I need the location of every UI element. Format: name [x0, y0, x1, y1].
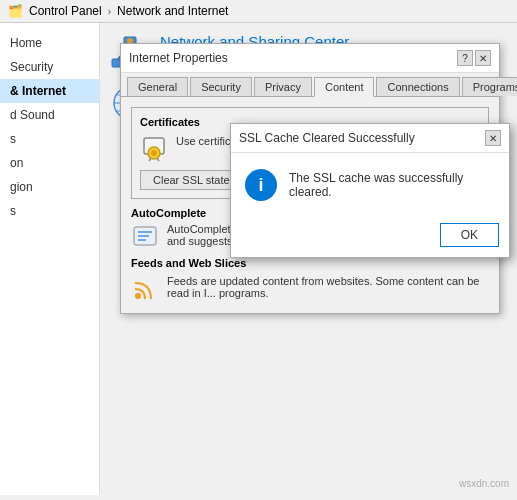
- breadcrumb-arrow: ›: [108, 6, 111, 17]
- ssl-ok-button[interactable]: OK: [440, 223, 499, 247]
- tab-content[interactable]: Content: [314, 77, 375, 97]
- tab-programs[interactable]: Programs: [462, 77, 517, 96]
- dialog-tabs: General Security Privacy Content Connect…: [121, 73, 499, 97]
- sidebar-item-internet[interactable]: & Internet: [0, 79, 99, 103]
- feeds-row: Feeds are updated content from websites.…: [131, 275, 489, 303]
- tab-privacy[interactable]: Privacy: [254, 77, 312, 96]
- ssl-dialog-message: The SSL cache was successfully cleared.: [289, 171, 495, 199]
- sidebar-item-s2[interactable]: s: [0, 199, 99, 223]
- svg-line-17: [157, 158, 159, 161]
- dialog-close-button[interactable]: ✕: [475, 50, 491, 66]
- sidebar-item-home[interactable]: Home: [0, 31, 99, 55]
- sidebar-item-s1[interactable]: s: [0, 127, 99, 151]
- ssl-dialog-body: i The SSL cache was successfully cleared…: [231, 153, 509, 217]
- ssl-dialog-close-button[interactable]: ✕: [485, 130, 501, 146]
- autocomplete-icon: [131, 223, 159, 251]
- dialog-title: Internet Properties: [129, 51, 228, 65]
- feeds-label: Feeds and Web Slices: [131, 257, 489, 269]
- ssl-cleared-dialog: SSL Cache Cleared Successfully ✕ i The S…: [230, 123, 510, 258]
- watermark: wsxdn.com: [459, 478, 509, 489]
- tab-connections[interactable]: Connections: [376, 77, 459, 96]
- svg-point-15: [151, 150, 157, 156]
- feeds-text: Feeds are updated content from websites.…: [167, 275, 489, 299]
- breadcrumb-part2[interactable]: Network and Internet: [117, 4, 228, 18]
- ssl-dialog-footer: OK: [231, 217, 509, 257]
- dialog-titlebar: Internet Properties ? ✕: [121, 44, 499, 73]
- folder-icon: 🗂️: [8, 4, 23, 18]
- tab-general[interactable]: General: [127, 77, 188, 96]
- dialog-title-buttons: ? ✕: [457, 50, 491, 66]
- clear-ssl-button[interactable]: Clear SSL state: [140, 170, 243, 190]
- sidebar-item-security[interactable]: Security: [0, 55, 99, 79]
- sidebar-item-gion[interactable]: gion: [0, 175, 99, 199]
- main-layout: Home Security & Internet d Sound s on gi…: [0, 23, 517, 495]
- ssl-info-icon: i: [245, 169, 277, 201]
- sidebar-item-on[interactable]: on: [0, 151, 99, 175]
- ssl-dialog-title: SSL Cache Cleared Successfully: [239, 131, 415, 145]
- tab-security[interactable]: Security: [190, 77, 252, 96]
- sidebar-item-sound[interactable]: d Sound: [0, 103, 99, 127]
- svg-line-16: [149, 158, 151, 161]
- dialog-help-button[interactable]: ?: [457, 50, 473, 66]
- address-bar: 🗂️ Control Panel › Network and Internet: [0, 0, 517, 23]
- feeds-icon: [131, 275, 159, 303]
- ssl-dialog-titlebar: SSL Cache Cleared Successfully ✕: [231, 124, 509, 153]
- sidebar: Home Security & Internet d Sound s on gi…: [0, 23, 100, 495]
- content-area: Network and Sharing Center View network …: [100, 23, 517, 495]
- breadcrumb-part1[interactable]: Control Panel: [29, 4, 102, 18]
- certificate-icon: [140, 134, 168, 162]
